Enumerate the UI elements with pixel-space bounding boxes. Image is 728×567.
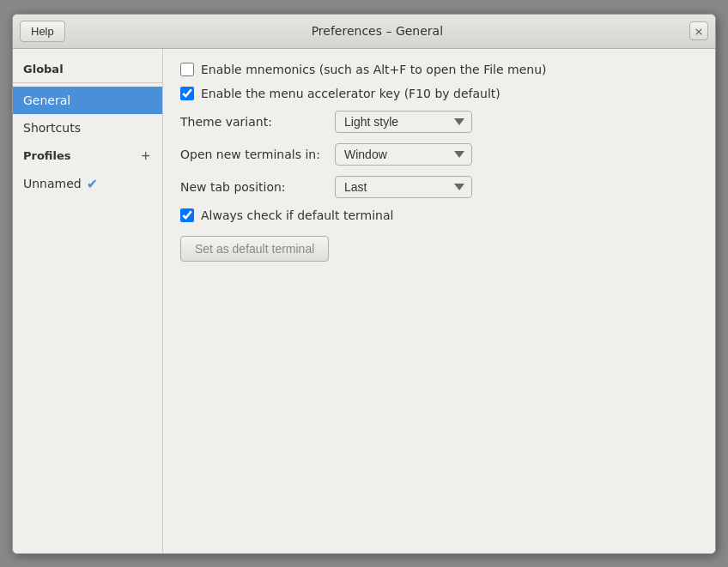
help-button[interactable]: Help xyxy=(20,21,65,42)
new-tab-position-label: New tab position: xyxy=(180,180,335,194)
always-check-default-label[interactable]: Always check if default terminal xyxy=(201,208,393,222)
sidebar-divider xyxy=(13,82,162,83)
theme-variant-select[interactable]: Light style Dark style System xyxy=(335,111,472,133)
profile-active-icon: ✔ xyxy=(87,176,98,192)
window-title: Preferences – General xyxy=(65,24,689,38)
enable-mnemonics-label[interactable]: Enable mnemonics (such as Alt+F to open … xyxy=(201,63,547,76)
titlebar: Help Preferences – General × xyxy=(13,15,715,49)
always-check-default-checkbox[interactable] xyxy=(180,208,194,222)
enable-mnemonics-row: Enable mnemonics (such as Alt+F to open … xyxy=(180,63,698,76)
sidebar: Global General Shortcuts Profiles + Unna… xyxy=(13,49,163,553)
add-profile-button[interactable]: + xyxy=(139,148,152,164)
preferences-window: Help Preferences – General × Global Gene… xyxy=(12,14,716,554)
set-default-terminal-button[interactable]: Set as default terminal xyxy=(180,236,329,262)
sidebar-item-unnamed[interactable]: Unnamed ✔ xyxy=(13,171,162,197)
sidebar-item-general[interactable]: General xyxy=(13,87,162,114)
sidebar-profiles-header: Profiles + xyxy=(13,142,162,171)
close-button[interactable]: × xyxy=(689,21,708,40)
sidebar-item-shortcuts[interactable]: Shortcuts xyxy=(13,114,162,142)
set-default-row: Set as default terminal xyxy=(180,232,698,262)
open-new-terminals-row: Open new terminals in: Window Tab xyxy=(180,143,698,166)
new-tab-position-select[interactable]: Last First After current xyxy=(335,176,472,198)
main-panel: Enable mnemonics (such as Alt+F to open … xyxy=(163,49,715,553)
new-tab-position-row: New tab position: Last First After curre… xyxy=(180,176,698,198)
enable-menu-accel-row: Enable the menu accelerator key (F10 by … xyxy=(180,87,698,100)
open-new-terminals-select[interactable]: Window Tab xyxy=(335,143,472,166)
theme-variant-label: Theme variant: xyxy=(180,115,335,129)
enable-menu-accel-label[interactable]: Enable the menu accelerator key (F10 by … xyxy=(201,87,500,100)
content-area: Global General Shortcuts Profiles + Unna… xyxy=(13,49,715,553)
sidebar-global-label: Global xyxy=(13,56,162,79)
always-check-default-row: Always check if default terminal xyxy=(180,208,698,222)
enable-mnemonics-checkbox[interactable] xyxy=(180,63,194,76)
enable-menu-accel-checkbox[interactable] xyxy=(180,87,194,100)
open-new-terminals-label: Open new terminals in: xyxy=(180,148,335,161)
unnamed-profile-label: Unnamed xyxy=(23,177,82,190)
theme-variant-row: Theme variant: Light style Dark style Sy… xyxy=(180,111,698,133)
sidebar-profiles-label: Profiles xyxy=(23,149,71,162)
